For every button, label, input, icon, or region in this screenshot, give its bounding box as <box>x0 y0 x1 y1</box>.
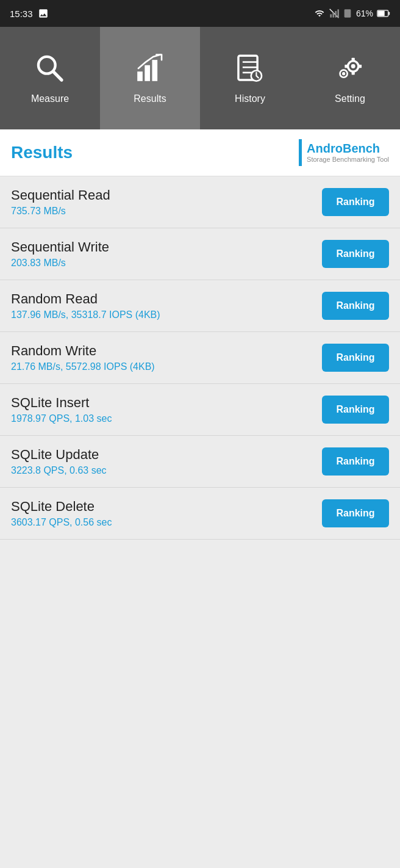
nav-bar: Measure Results History <box>0 27 400 129</box>
ranking-button-4[interactable]: Ranking <box>322 396 389 424</box>
result-info-4: SQLite Insert 1978.97 QPS, 1.03 sec <box>11 395 322 424</box>
brand-bar <box>299 139 302 166</box>
svg-rect-11 <box>145 65 150 81</box>
status-left: 15:33 <box>10 8 49 19</box>
svg-rect-10 <box>137 71 143 81</box>
history-icon <box>234 52 266 89</box>
result-row-3: Random Write 21.76 MB/s, 5572.98 IOPS (4… <box>0 332 400 384</box>
result-name-3: Random Write <box>11 343 322 359</box>
svg-rect-21 <box>352 71 355 74</box>
history-label: History <box>235 93 265 104</box>
brand-logo: AndroBench Storage Benchmarking Tool <box>299 139 389 166</box>
svg-rect-1 <box>332 13 334 18</box>
ranking-button-1[interactable]: Ranking <box>322 240 389 268</box>
svg-rect-0 <box>330 14 332 17</box>
result-value-1: 203.83 MB/s <box>11 258 322 269</box>
setting-label: Setting <box>335 93 365 104</box>
measure-icon <box>34 52 66 89</box>
result-row-1: Sequential Write 203.83 MB/s Ranking <box>0 228 400 280</box>
ranking-button-0[interactable]: Ranking <box>322 188 389 216</box>
result-name-1: Sequential Write <box>11 239 322 255</box>
svg-rect-6 <box>388 12 390 15</box>
result-name-5: SQLite Update <box>11 447 322 463</box>
result-row-4: SQLite Insert 1978.97 QPS, 1.03 sec Rank… <box>0 384 400 436</box>
svg-rect-3 <box>337 9 339 17</box>
result-row-2: Random Read 137.96 MB/s, 35318.7 IOPS (4… <box>0 280 400 332</box>
status-right: 61% <box>313 9 390 18</box>
nav-item-measure[interactable]: Measure <box>0 27 100 129</box>
ranking-button-6[interactable]: Ranking <box>322 499 389 527</box>
measure-label: Measure <box>31 93 69 104</box>
signal-icon <box>329 9 339 18</box>
time: 15:33 <box>10 9 33 19</box>
status-bar: 15:33 61% <box>0 0 400 27</box>
result-name-2: Random Read <box>11 291 322 307</box>
brand-name-1: Andro <box>307 142 343 155</box>
results-title: Results <box>11 143 73 162</box>
wifi-icon <box>313 9 326 18</box>
svg-rect-4 <box>345 9 351 17</box>
result-info-0: Sequential Read 735.73 MB/s <box>11 187 322 217</box>
svg-rect-20 <box>352 57 355 60</box>
svg-line-9 <box>53 71 62 80</box>
brand-sub: Storage Benchmarking Tool <box>307 156 389 164</box>
brand-name: AndroBench <box>307 141 389 156</box>
result-value-4: 1978.97 QPS, 1.03 sec <box>11 413 322 424</box>
result-row-6: SQLite Delete 3603.17 QPS, 0.56 sec Rank… <box>0 488 400 540</box>
svg-rect-22 <box>345 64 348 67</box>
svg-point-25 <box>342 72 345 75</box>
nav-item-results[interactable]: Results <box>100 27 200 129</box>
results-icon <box>134 52 166 89</box>
result-value-0: 735.73 MB/s <box>11 206 322 217</box>
svg-rect-23 <box>359 64 362 67</box>
result-value-5: 3223.8 QPS, 0.63 sec <box>11 465 322 476</box>
ranking-button-3[interactable]: Ranking <box>322 344 389 372</box>
results-header: Results AndroBench Storage Benchmarking … <box>0 129 400 176</box>
brand-name-2: Bench <box>343 142 380 155</box>
content: Results AndroBench Storage Benchmarking … <box>0 129 400 868</box>
result-name-4: SQLite Insert <box>11 395 322 411</box>
sim-icon <box>343 9 352 18</box>
results-label: Results <box>134 93 166 104</box>
photo-icon <box>38 8 49 19</box>
ranking-button-2[interactable]: Ranking <box>322 292 389 320</box>
results-list: Sequential Read 735.73 MB/s Ranking Sequ… <box>0 176 400 540</box>
battery-icon <box>377 9 390 18</box>
result-info-1: Sequential Write 203.83 MB/s <box>11 239 322 269</box>
nav-item-history[interactable]: History <box>200 27 300 129</box>
svg-rect-7 <box>378 11 385 16</box>
svg-rect-2 <box>335 11 337 18</box>
result-name-0: Sequential Read <box>11 187 322 203</box>
result-info-2: Random Read 137.96 MB/s, 35318.7 IOPS (4… <box>11 291 322 320</box>
battery-text: 61% <box>356 9 373 18</box>
result-name-6: SQLite Delete <box>11 499 322 515</box>
result-info-6: SQLite Delete 3603.17 QPS, 0.56 sec <box>11 499 322 528</box>
result-info-3: Random Write 21.76 MB/s, 5572.98 IOPS (4… <box>11 343 322 372</box>
result-info-5: SQLite Update 3223.8 QPS, 0.63 sec <box>11 447 322 476</box>
nav-item-setting[interactable]: Setting <box>300 27 400 129</box>
setting-icon <box>334 52 366 89</box>
ranking-button-5[interactable]: Ranking <box>322 447 389 476</box>
result-row-0: Sequential Read 735.73 MB/s Ranking <box>0 176 400 228</box>
result-value-2: 137.96 MB/s, 35318.7 IOPS (4KB) <box>11 309 322 320</box>
result-value-6: 3603.17 QPS, 0.56 sec <box>11 517 322 528</box>
brand-text: AndroBench Storage Benchmarking Tool <box>307 141 389 164</box>
svg-point-19 <box>351 64 355 68</box>
result-value-3: 21.76 MB/s, 5572.98 IOPS (4KB) <box>11 361 322 372</box>
svg-rect-12 <box>152 60 157 81</box>
result-row-5: SQLite Update 3223.8 QPS, 0.63 sec Ranki… <box>0 436 400 488</box>
